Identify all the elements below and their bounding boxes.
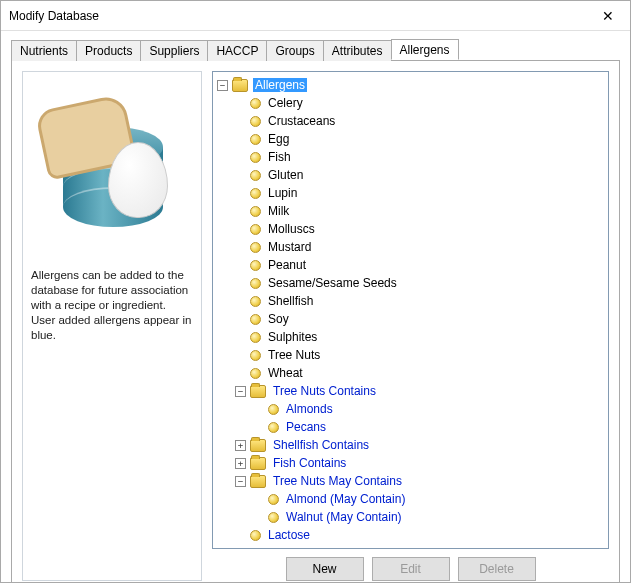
tab-nutrients[interactable]: Nutrients <box>11 40 77 61</box>
content-area: Nutrients Products Suppliers HACCP Group… <box>1 31 630 583</box>
tree-item[interactable]: Crustaceans <box>235 112 606 130</box>
help-text: Allergens can be added to the database f… <box>23 262 201 349</box>
folder-icon <box>250 385 266 398</box>
tree-item[interactable]: Sesame/Sesame Seeds <box>235 274 606 292</box>
tree-item-label[interactable]: Molluscs <box>266 222 317 236</box>
tree-toggle-icon[interactable]: + <box>235 440 246 451</box>
delete-button[interactable]: Delete <box>458 557 536 581</box>
tree-item-label[interactable]: Fish Contains <box>271 456 348 470</box>
tree-item[interactable]: Walnut (May Contain) <box>253 508 606 526</box>
new-button[interactable]: New <box>286 557 364 581</box>
tree-item-label[interactable]: Celery <box>266 96 305 110</box>
tree-item-label[interactable]: Tree Nuts <box>266 348 322 362</box>
allergen-icon <box>268 404 279 415</box>
tree-item[interactable]: Lupin <box>235 184 606 202</box>
tree-item[interactable]: Almonds <box>253 400 606 418</box>
tree-toggle-icon[interactable]: − <box>217 80 228 91</box>
tab-products[interactable]: Products <box>76 40 141 61</box>
tree-item-label[interactable]: Shellfish Contains <box>271 438 371 452</box>
allergen-icon <box>250 530 261 541</box>
tree-item-label[interactable]: Milk <box>266 204 291 218</box>
tab-groups[interactable]: Groups <box>266 40 323 61</box>
tree-item-label[interactable]: Mustard <box>266 240 313 254</box>
tree-item[interactable]: Lactose <box>235 526 606 544</box>
tab-suppliers[interactable]: Suppliers <box>140 40 208 61</box>
allergen-tree[interactable]: −AllergensCeleryCrustaceansEggFishGluten… <box>212 71 609 549</box>
tree-item[interactable]: Celery <box>235 94 606 112</box>
allergen-icon <box>268 512 279 523</box>
tree-root[interactable]: −Allergens <box>217 76 606 94</box>
allergen-icon <box>250 278 261 289</box>
tree-toggle-icon[interactable]: − <box>235 386 246 397</box>
allergen-icon <box>250 152 261 163</box>
tree-item[interactable]: Mustard <box>235 238 606 256</box>
tree-item-label[interactable]: Gluten <box>266 168 305 182</box>
allergen-icon <box>250 350 261 361</box>
allergen-icon <box>268 494 279 505</box>
titlebar: Modify Database ✕ <box>1 1 630 31</box>
tree-item-label[interactable]: Shellfish <box>266 294 315 308</box>
tree-group[interactable]: −Tree Nuts May Contains <box>235 472 606 490</box>
tree-panel: −AllergensCeleryCrustaceansEggFishGluten… <box>212 71 609 581</box>
tree-button-row: New Edit Delete <box>212 549 609 581</box>
tree-item[interactable]: Almond (May Contain) <box>253 490 606 508</box>
allergen-icon <box>250 314 261 325</box>
tree-item-label[interactable]: Sesame/Sesame Seeds <box>266 276 399 290</box>
allergen-icon <box>250 296 261 307</box>
tree-item-label[interactable]: Allergens <box>253 78 307 92</box>
tree-item[interactable]: Gluten <box>235 166 606 184</box>
tab-body: Allergens can be added to the database f… <box>11 61 620 583</box>
tab-haccp[interactable]: HACCP <box>207 40 267 61</box>
allergen-icon <box>250 98 261 109</box>
allergen-icon <box>250 332 261 343</box>
tree-group[interactable]: +Shellfish Contains <box>235 436 606 454</box>
tree-item-label[interactable]: Wheat <box>266 366 305 380</box>
tree-item[interactable]: Egg <box>235 130 606 148</box>
tree-item-label[interactable]: Egg <box>266 132 291 146</box>
tree-item-label[interactable]: Lupin <box>266 186 299 200</box>
tree-item-label[interactable]: Tree Nuts Contains <box>271 384 378 398</box>
close-icon: ✕ <box>602 8 614 24</box>
allergen-icon <box>250 134 261 145</box>
tree-item[interactable]: Wheat <box>235 364 606 382</box>
tab-allergens[interactable]: Allergens <box>391 39 459 60</box>
illustration <box>23 72 201 262</box>
tree-item[interactable]: Tree Nuts <box>235 346 606 364</box>
tree-item-label[interactable]: Lactose <box>266 528 312 542</box>
tree-toggle-icon[interactable]: − <box>235 476 246 487</box>
titlebar-close-button[interactable]: ✕ <box>585 1 630 30</box>
tree-item-label[interactable]: Tree Nuts May Contains <box>271 474 404 488</box>
tree-toggle-icon[interactable]: + <box>235 458 246 469</box>
tree-item[interactable]: Pecans <box>253 418 606 436</box>
tree-item[interactable]: Fish <box>235 148 606 166</box>
tree-item[interactable]: Soy <box>235 310 606 328</box>
allergen-icon <box>250 242 261 253</box>
folder-icon <box>250 457 266 470</box>
tree-group[interactable]: −Tree Nuts Contains <box>235 382 606 400</box>
tab-strip: Nutrients Products Suppliers HACCP Group… <box>11 39 620 61</box>
tree-item-label[interactable]: Pecans <box>284 420 328 434</box>
tree-item[interactable]: Shellfish <box>235 292 606 310</box>
tree-item-label[interactable]: Soy <box>266 312 291 326</box>
tree-item[interactable]: Sulphites <box>235 328 606 346</box>
tree-item[interactable]: Molluscs <box>235 220 606 238</box>
tree-item[interactable]: Peanut <box>235 256 606 274</box>
allergen-icon <box>268 422 279 433</box>
allergen-icon <box>250 224 261 235</box>
tree-item-label[interactable]: Peanut <box>266 258 308 272</box>
tree-item-label[interactable]: Sulphites <box>266 330 319 344</box>
tree-item-label[interactable]: Almond (May Contain) <box>284 492 407 506</box>
tree-item-label[interactable]: Almonds <box>284 402 335 416</box>
tree-group[interactable]: +Fish Contains <box>235 454 606 472</box>
tree-item-label[interactable]: Walnut (May Contain) <box>284 510 404 524</box>
allergen-icon <box>250 206 261 217</box>
tree-item[interactable]: Milk <box>235 202 606 220</box>
allergen-icon <box>250 116 261 127</box>
edit-button[interactable]: Edit <box>372 557 450 581</box>
tree-item-label[interactable]: Fish <box>266 150 293 164</box>
tab-attributes[interactable]: Attributes <box>323 40 392 61</box>
folder-icon <box>250 439 266 452</box>
folder-icon <box>232 79 248 92</box>
dialog-window: Modify Database ✕ Nutrients Products Sup… <box>0 0 631 583</box>
tree-item-label[interactable]: Crustaceans <box>266 114 337 128</box>
